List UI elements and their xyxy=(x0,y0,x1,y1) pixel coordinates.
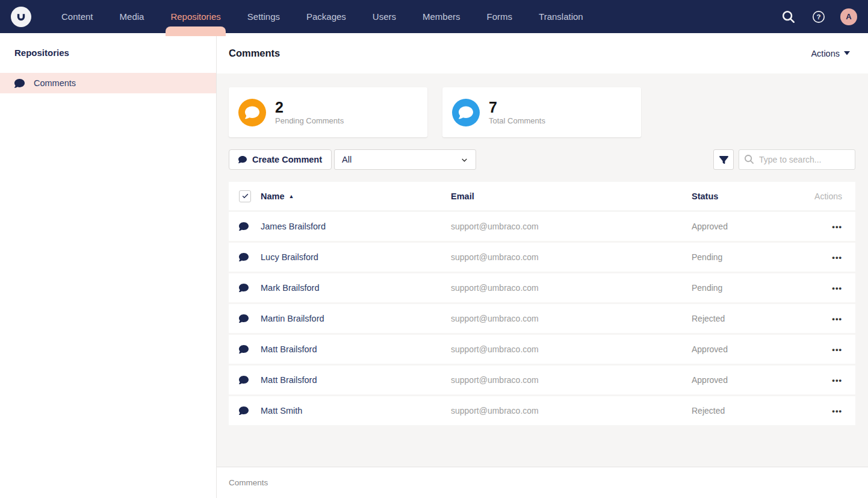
sort-ascending-icon: ▲ xyxy=(289,193,294,199)
comment-name-link[interactable]: Martin Brailsford xyxy=(261,314,324,323)
toolbar: Create Comment All xyxy=(229,149,855,170)
global-search-button[interactable] xyxy=(780,8,797,25)
pending-comments-text: 2 Pending Comments xyxy=(275,99,344,125)
user-avatar[interactable]: A xyxy=(840,8,857,25)
sidebar-section-title: Repositories xyxy=(0,33,216,58)
comment-status: Approved xyxy=(692,375,806,385)
total-comments-circle xyxy=(452,99,480,126)
search-icon xyxy=(783,11,795,23)
nav-item-members[interactable]: Members xyxy=(409,0,474,33)
filter-funnel-icon xyxy=(719,155,728,164)
create-comment-button[interactable]: Create Comment xyxy=(229,149,332,170)
search-field-wrap xyxy=(739,149,855,170)
comment-email: support@umbraco.com xyxy=(451,375,692,385)
pending-comments-label: Pending Comments xyxy=(275,116,344,125)
row-actions-button[interactable]: ••• xyxy=(806,253,842,262)
comment-email: support@umbraco.com xyxy=(451,314,692,323)
comment-status: Rejected xyxy=(692,406,806,416)
comment-email: support@umbraco.com xyxy=(451,406,692,416)
comment-name-link[interactable]: Lucy Brailsford xyxy=(261,252,318,262)
nav-item-forms[interactable]: Forms xyxy=(474,0,526,33)
row-actions-button[interactable]: ••• xyxy=(806,284,842,293)
table-row: James Brailsford support@umbraco.com App… xyxy=(229,212,855,241)
comment-status: Approved xyxy=(692,344,806,354)
top-navigation-bar: Content Media Repositories Settings Pack… xyxy=(0,0,868,33)
page-title: Comments xyxy=(229,48,280,59)
comment-status: Rejected xyxy=(692,314,806,323)
status-filter-value: All xyxy=(342,155,460,164)
nav-item-content[interactable]: Content xyxy=(48,0,107,33)
table-row: Matt Brailsford support@umbraco.com Appr… xyxy=(229,335,855,364)
total-comments-card: 7 Total Comments xyxy=(442,87,641,137)
column-header-status[interactable]: Status xyxy=(692,191,806,202)
pending-comments-card: 2 Pending Comments xyxy=(229,87,427,137)
footer-label: Comments xyxy=(229,478,268,487)
row-actions-button[interactable]: ••• xyxy=(806,314,842,323)
pending-comments-value: 2 xyxy=(275,99,344,115)
pending-comments-circle xyxy=(238,99,266,126)
comment-bubble-icon xyxy=(239,252,249,262)
nav-item-translation[interactable]: Translation xyxy=(525,0,597,33)
table-row: Mark Brailsford support@umbraco.com Pend… xyxy=(229,273,855,302)
comment-name-link[interactable]: Matt Brailsford xyxy=(261,344,317,354)
row-actions-button[interactable]: ••• xyxy=(806,222,842,231)
umbraco-logo[interactable] xyxy=(11,7,31,27)
total-comments-value: 7 xyxy=(489,99,545,115)
filter-button[interactable] xyxy=(713,149,734,170)
nav-item-repositories[interactable]: Repositories xyxy=(157,0,234,33)
comment-email: support@umbraco.com xyxy=(451,344,692,354)
comment-bubble-icon xyxy=(459,105,473,120)
nav-item-settings[interactable]: Settings xyxy=(234,0,293,33)
table-row: Lucy Brailsford support@umbraco.com Pend… xyxy=(229,243,855,272)
stat-cards: 2 Pending Comments 7 Total Comments xyxy=(229,87,855,137)
comment-bubble-icon xyxy=(14,78,25,89)
comment-status: Approved xyxy=(692,222,806,231)
column-header-email[interactable]: Email xyxy=(451,191,692,202)
sidebar-item-label: Comments xyxy=(34,78,76,88)
comment-bubble-icon xyxy=(239,406,249,416)
help-button[interactable]: ? xyxy=(810,8,827,25)
sidebar-item-comments[interactable]: Comments xyxy=(0,73,216,93)
total-comments-label: Total Comments xyxy=(489,116,545,125)
comment-email: support@umbraco.com xyxy=(451,252,692,262)
main-area: Comments Actions 2 Pending Comments xyxy=(217,33,868,498)
select-all-checkbox[interactable] xyxy=(239,190,251,202)
comment-name-link[interactable]: Matt Smith xyxy=(261,406,302,416)
table-row: Matt Smith support@umbraco.com Rejected … xyxy=(229,396,855,425)
nav-item-media[interactable]: Media xyxy=(107,0,158,33)
total-comments-text: 7 Total Comments xyxy=(489,99,545,125)
status-filter-select[interactable]: All xyxy=(334,149,476,170)
comment-bubble-icon xyxy=(238,155,247,164)
main-header: Comments Actions xyxy=(217,33,868,73)
nav-item-packages[interactable]: Packages xyxy=(293,0,359,33)
nav-items: Content Media Repositories Settings Pack… xyxy=(48,0,597,33)
caret-down-icon xyxy=(844,51,850,55)
comment-status: Pending xyxy=(692,283,806,293)
create-comment-label: Create Comment xyxy=(252,155,322,164)
actions-dropdown-label: Actions xyxy=(811,49,840,58)
email-header-label: Email xyxy=(451,191,474,201)
nav-item-users[interactable]: Users xyxy=(359,0,409,33)
comment-bubble-icon xyxy=(245,105,259,120)
sidebar: Repositories Comments xyxy=(0,33,217,498)
comment-bubble-icon xyxy=(239,314,249,323)
search-input[interactable] xyxy=(739,149,855,170)
chevron-down-icon xyxy=(460,156,468,164)
column-header-name[interactable]: Name ▲ xyxy=(261,191,451,201)
help-icon: ? xyxy=(812,10,825,23)
row-actions-button[interactable]: ••• xyxy=(806,406,842,416)
comment-name-link[interactable]: James Brailsford xyxy=(261,222,326,231)
main-footer: Comments xyxy=(217,467,868,498)
comment-status: Pending xyxy=(692,252,806,262)
checkmark-icon xyxy=(241,192,249,200)
content-area: 2 Pending Comments 7 Total Comments xyxy=(217,73,868,467)
comment-email: support@umbraco.com xyxy=(451,283,692,293)
actions-dropdown[interactable]: Actions xyxy=(811,49,850,58)
comment-bubble-icon xyxy=(239,344,249,354)
comment-bubble-icon xyxy=(239,283,249,293)
row-actions-button[interactable]: ••• xyxy=(806,376,842,385)
comment-name-link[interactable]: Mark Brailsford xyxy=(261,283,320,293)
row-actions-button[interactable]: ••• xyxy=(806,345,842,354)
comment-name-link[interactable]: Matt Brailsford xyxy=(261,375,317,385)
table-row: Martin Brailsford support@umbraco.com Re… xyxy=(229,304,855,333)
